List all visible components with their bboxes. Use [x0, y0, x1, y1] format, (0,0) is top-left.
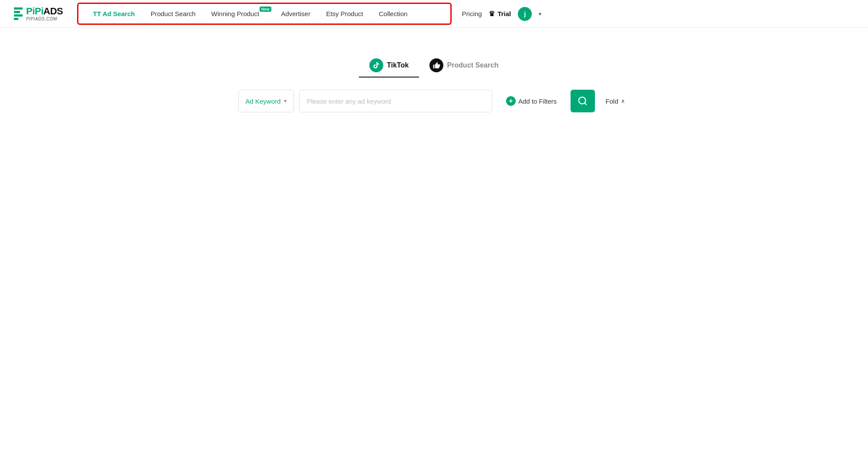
navbar-right: Pricing ♛ Trial j ▾: [462, 7, 542, 21]
main-content: TikTok Product Search Ad Keyword ▾ + Add…: [0, 28, 868, 112]
logo-bar-2: [14, 11, 20, 13]
tab-tiktok[interactable]: TikTok: [359, 54, 419, 78]
add-to-filters-label: Add to Filters: [518, 98, 557, 105]
search-bar-container: Ad Keyword ▾ + Add to Filters Fold ∧: [238, 90, 630, 112]
keyword-dropdown[interactable]: Ad Keyword ▾: [238, 90, 294, 112]
tab-product-search-label: Product Search: [447, 61, 498, 69]
nav-highlight-box: TT Ad Search Product Search Winning Prod…: [77, 3, 452, 25]
crown-icon: ♛: [489, 10, 495, 18]
keyword-dropdown-chevron-down-icon: ▾: [284, 98, 287, 104]
keyword-dropdown-label: Ad Keyword: [246, 98, 281, 105]
add-to-filters-button[interactable]: + Add to Filters: [497, 90, 565, 112]
search-icon: [578, 96, 588, 106]
search-button[interactable]: [571, 90, 595, 112]
logo-bar-1: [14, 7, 23, 10]
trial-label: Trial: [497, 10, 511, 17]
pricing-link[interactable]: Pricing: [462, 10, 482, 17]
search-input-wrap: [299, 90, 492, 112]
platform-tabs: TikTok Product Search: [359, 54, 509, 78]
tab-product-search[interactable]: Product Search: [419, 54, 509, 78]
logo[interactable]: PiPiADS PIPIADS.COM: [14, 6, 63, 21]
logo-sub-text: PIPIADS.COM: [26, 17, 63, 21]
nav-item-winning-product[interactable]: Winning Product New: [203, 7, 273, 21]
logo-text: PiPiADS PIPIADS.COM: [26, 6, 63, 21]
logo-icon: [14, 7, 23, 20]
avatar-chevron-down-icon[interactable]: ▾: [539, 11, 541, 17]
nav-item-advertiser[interactable]: Advertiser: [273, 7, 318, 21]
avatar[interactable]: j: [518, 7, 532, 21]
logo-bar-3: [14, 14, 23, 17]
trial-button[interactable]: ♛ Trial: [489, 10, 511, 18]
tab-tiktok-label: TikTok: [387, 61, 409, 69]
logo-main-text: PiPiADS: [26, 6, 63, 17]
product-search-icon: [429, 58, 443, 72]
fold-button[interactable]: Fold ∧: [600, 90, 630, 112]
logo-bar-4: [14, 18, 18, 20]
fold-label: Fold: [605, 98, 618, 105]
search-input[interactable]: [307, 98, 485, 105]
nav-item-product-search[interactable]: Product Search: [143, 7, 203, 21]
nav-item-tt-ad-search[interactable]: TT Ad Search: [85, 7, 143, 21]
navbar: PiPiADS PIPIADS.COM TT Ad Search Product…: [0, 0, 868, 28]
add-icon: +: [506, 96, 516, 106]
new-badge: New: [260, 7, 271, 12]
nav-item-etsy-product[interactable]: Etsy Product: [318, 7, 371, 21]
nav-item-collection[interactable]: Collection: [371, 7, 415, 21]
tiktok-icon: [369, 58, 383, 72]
fold-chevron-up-icon: ∧: [621, 98, 625, 104]
